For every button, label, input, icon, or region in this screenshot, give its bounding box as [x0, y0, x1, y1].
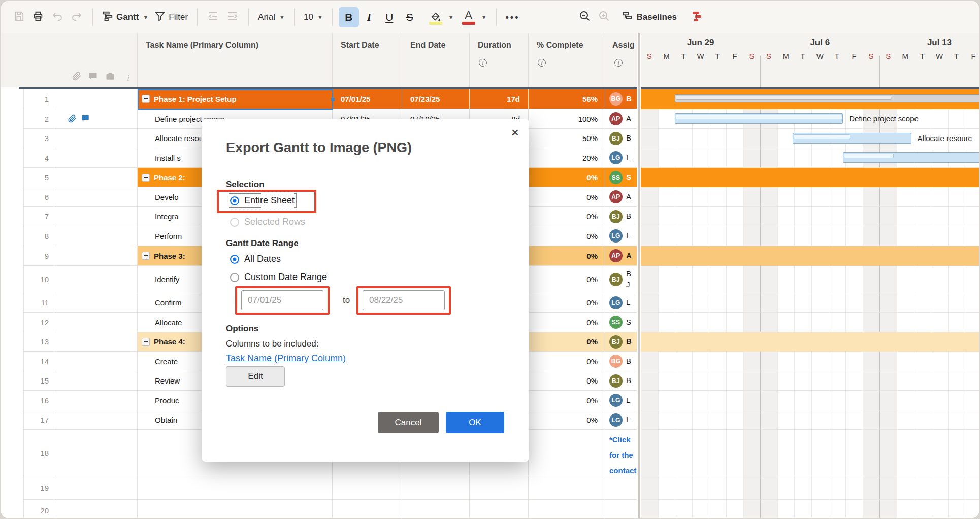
row-number[interactable]: 6: [23, 187, 54, 207]
critical-path-button[interactable]: [687, 7, 706, 27]
print-button[interactable]: [28, 7, 48, 27]
pct-complete-cell[interactable]: [529, 476, 605, 500]
pct-complete-cell[interactable]: 0%: [529, 352, 605, 371]
pct-complete-cell[interactable]: 0%: [529, 187, 605, 207]
row-number[interactable]: 12: [23, 313, 54, 332]
column-info-icon[interactable]: i: [538, 59, 546, 67]
grid-gantt-splitter[interactable]: [637, 33, 641, 518]
assigned-cell[interactable]: [605, 476, 637, 500]
entire-sheet-option[interactable]: Entire Sheet: [230, 195, 295, 206]
row-icons-cell[interactable]: [54, 226, 138, 246]
assigned-cell[interactable]: BJB: [605, 332, 637, 352]
more-options-button[interactable]: •••: [503, 7, 523, 27]
pct-complete-cell[interactable]: 0%: [529, 313, 605, 332]
edit-button[interactable]: Edit: [226, 366, 285, 387]
end-date-cell[interactable]: 07/23/25: [402, 89, 470, 109]
row-icons-cell[interactable]: [54, 207, 138, 226]
row-icons-cell[interactable]: [54, 89, 138, 109]
column-info-icon[interactable]: i: [479, 59, 487, 67]
pct-complete-cell[interactable]: 56%: [529, 89, 605, 109]
save-button[interactable]: [9, 7, 28, 27]
pct-complete-cell[interactable]: 100%: [529, 109, 605, 129]
view-selector-gantt[interactable]: Gantt ▼: [99, 7, 151, 27]
pct-complete-cell[interactable]: 0%: [529, 207, 605, 226]
start-date-cell[interactable]: 07/01/25: [333, 89, 402, 109]
collapse-toggle-icon[interactable]: [142, 252, 150, 260]
row-number[interactable]: 16: [23, 391, 54, 410]
row-icons-cell[interactable]: [54, 148, 138, 168]
row-icons-cell[interactable]: [54, 332, 138, 352]
row-icons-cell[interactable]: [54, 313, 138, 332]
assigned-cell[interactable]: LGL: [605, 226, 637, 246]
selected-rows-option[interactable]: Selected Rows: [230, 217, 305, 227]
row-icons-cell[interactable]: [54, 266, 138, 293]
pct-complete-cell[interactable]: [529, 430, 605, 476]
pct-complete-cell[interactable]: 0%: [529, 391, 605, 410]
pct-complete-cell[interactable]: 0%: [529, 332, 605, 352]
radio-unselected-icon[interactable]: [230, 273, 239, 282]
row-icons-cell[interactable]: [54, 109, 138, 129]
row-number[interactable]: 17: [23, 410, 54, 430]
strikethrough-button[interactable]: S: [400, 7, 420, 27]
assigned-cell[interactable]: SSS: [605, 313, 637, 332]
assigned-cell[interactable]: BJB: [605, 129, 637, 148]
row-number[interactable]: 19: [23, 476, 54, 500]
radio-selected-icon[interactable]: [230, 196, 239, 205]
row-number[interactable]: 2: [23, 109, 54, 129]
start-date-cell[interactable]: [333, 500, 402, 518]
row-icons-cell[interactable]: [54, 410, 138, 430]
duration-cell[interactable]: [470, 476, 529, 500]
comment-icon[interactable]: [81, 114, 90, 124]
redo-button[interactable]: [67, 7, 86, 27]
font-family-select[interactable]: Arial ▼: [255, 7, 288, 27]
assigned-cell[interactable]: LGL: [605, 293, 637, 313]
pct-complete-header[interactable]: % Complete i: [529, 33, 605, 87]
assigned-cell[interactable]: BJB: [605, 371, 637, 391]
duration-cell[interactable]: [470, 500, 529, 518]
fill-color-button[interactable]: ▼: [424, 7, 457, 27]
assigned-cell[interactable]: BJB: [605, 207, 637, 226]
row-number[interactable]: 10: [23, 266, 54, 293]
row-icons-cell[interactable]: [54, 391, 138, 410]
row-number[interactable]: 5: [23, 168, 54, 187]
start-date-header[interactable]: Start Date: [333, 33, 402, 87]
assigned-cell[interactable]: LGL: [605, 391, 637, 410]
end-date-header[interactable]: End Date: [402, 33, 470, 87]
date-from-input[interactable]: [241, 290, 323, 310]
row-icons-cell[interactable]: [54, 187, 138, 207]
assigned-cell[interactable]: APA: [605, 109, 637, 129]
row-icons-cell[interactable]: [54, 293, 138, 313]
filter-button[interactable]: Filter: [151, 7, 191, 27]
duration-header[interactable]: Duration i: [470, 33, 529, 87]
font-size-select[interactable]: 10 ▼: [301, 7, 326, 27]
assigned-cell[interactable]: APA: [605, 246, 637, 266]
row-number[interactable]: 9: [23, 246, 54, 266]
pct-complete-cell[interactable]: 0%: [529, 293, 605, 313]
gantt-bar[interactable]: [843, 152, 979, 163]
row-icons-cell[interactable]: [54, 430, 138, 476]
row-number[interactable]: 14: [23, 352, 54, 371]
collapse-toggle-icon[interactable]: [142, 338, 150, 346]
date-to-input[interactable]: [363, 290, 445, 310]
row-number[interactable]: 13: [23, 332, 54, 352]
row-number[interactable]: 15: [23, 371, 54, 391]
cancel-button[interactable]: Cancel: [378, 412, 439, 433]
start-date-cell[interactable]: [333, 476, 402, 500]
text-color-button[interactable]: A ▼: [457, 7, 490, 27]
assigned-cell[interactable]: [605, 500, 637, 518]
gantt-bar[interactable]: [793, 133, 911, 144]
row-icons-cell[interactable]: [54, 352, 138, 371]
gantt-header[interactable]: Jun 29Jul 6Jul 13SMTWTFSSMTWTFSSMTWTF: [641, 33, 979, 87]
assigned-cell[interactable]: APA: [605, 187, 637, 207]
assigned-cell[interactable]: BJBJ: [605, 266, 637, 293]
assigned-cell[interactable]: *Clickfor thecontact: [605, 430, 637, 476]
zoom-in-button[interactable]: [595, 7, 614, 27]
end-date-cell[interactable]: [402, 476, 470, 500]
selection-handle[interactable]: [331, 98, 335, 101]
radio-selected-icon[interactable]: [230, 255, 239, 264]
column-info-icon[interactable]: i: [614, 59, 623, 67]
task-name-cell[interactable]: [138, 476, 333, 500]
gantt-bar[interactable]: [675, 94, 979, 102]
row-number[interactable]: 1: [23, 89, 54, 109]
row-number[interactable]: 18: [23, 430, 54, 476]
